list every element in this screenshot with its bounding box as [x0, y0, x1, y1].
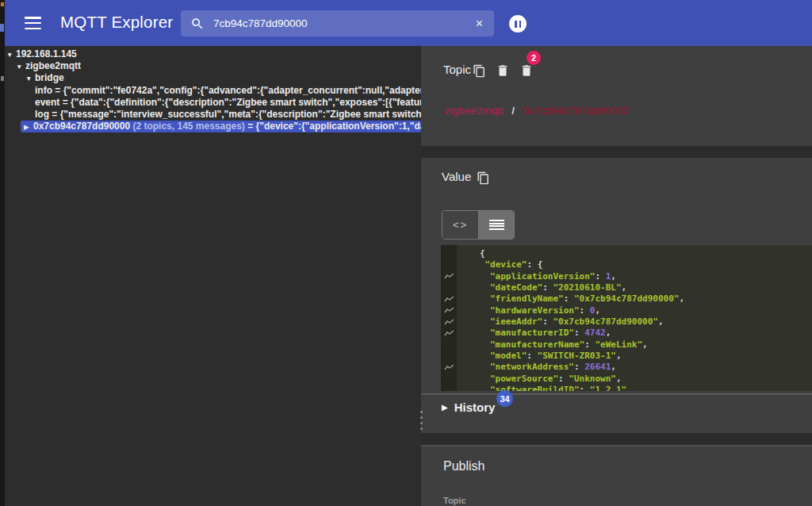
- topic-value-preview: = {"commit":"fe0742a","config":{"advance…: [52, 85, 421, 96]
- json-line-text: "applicationVersion": 1,: [457, 271, 616, 282]
- history-label: History: [454, 401, 496, 414]
- breadcrumb: zigbee2mqtt / 0x7cb94c787dd90000: [445, 105, 629, 117]
- json-line-text: "powerSource": "Unknown",: [457, 374, 622, 385]
- panel-divider: [421, 146, 812, 158]
- history-sparkline-icon[interactable]: [441, 328, 457, 339]
- breadcrumb-segment[interactable]: 0x7cb94c787dd90000: [523, 105, 629, 117]
- topic-value-preview: = {"device":{"applicationVersion":1,"dat…: [245, 121, 421, 132]
- json-line: "applicationVersion": 1,: [441, 271, 812, 282]
- topic-panel-title: Topic: [443, 63, 471, 76]
- breadcrumb-separator: /: [511, 105, 515, 117]
- json-line-text: "device": {: [457, 259, 542, 270]
- json-line: "manufacturerID": 4742,: [441, 328, 812, 339]
- copy-topic-icon[interactable]: [471, 63, 487, 79]
- panel-divider: [421, 433, 812, 445]
- gutter-cell: [441, 259, 457, 270]
- gutter-cell: [441, 339, 457, 351]
- expanded-arrow-icon[interactable]: ▼: [25, 73, 35, 84]
- app-title: MQTT Explorer: [60, 13, 173, 32]
- json-value-viewer[interactable]: {"device": {"applicationVersion": 1,"dat…: [441, 245, 812, 391]
- breadcrumb-segment[interactable]: zigbee2mqtt: [445, 105, 504, 117]
- json-line: "hardwareVersion": 0,: [441, 305, 812, 316]
- history-sparkline-icon[interactable]: [441, 271, 457, 282]
- tree-row[interactable]: log = {"message":"interview_successful",…: [5, 109, 421, 121]
- topic-value-preview: = {"message":"interview_successful","met…: [49, 109, 421, 120]
- value-panel: Value <> {"device": {"applicationVersion…: [421, 158, 812, 433]
- history-expander[interactable]: ▶ History: [442, 401, 495, 414]
- history-sparkline-icon[interactable]: [441, 362, 457, 373]
- pane-resize-handle[interactable]: [420, 411, 423, 430]
- app-bar: MQTT Explorer ×: [5, 0, 812, 46]
- json-line: "friendlyName": "0x7cb94c787dd90000",: [441, 293, 812, 305]
- search-box[interactable]: ×: [181, 10, 494, 36]
- json-line: "ieeeAddr": "0x7cb94c787dd90000",: [441, 316, 812, 328]
- json-line-text: {: [457, 248, 485, 259]
- publish-panel-title: Publish: [443, 459, 485, 473]
- topic-value-preview: = {"data":{"definition":{"description":"…: [59, 97, 421, 108]
- topic-name: zigbee2mqtt: [25, 60, 81, 71]
- json-line-text: "manufacturerName": "eWeLink",: [457, 339, 648, 351]
- topic-name: 0x7cb94c787dd90000: [33, 121, 130, 132]
- topic-stats: (2 topics, 145 messages): [130, 121, 245, 132]
- window-edge-strip: [0, 0, 5, 506]
- expanded-arrow-icon[interactable]: ▼: [16, 61, 25, 72]
- raw-view-icon: [489, 220, 504, 230]
- value-view-toggle: <>: [442, 210, 515, 240]
- history-sparkline-icon[interactable]: [441, 305, 457, 316]
- json-line-text: "dateCode": "20210610-BL",: [457, 282, 626, 293]
- topic-name: event: [35, 97, 59, 108]
- raw-view-button[interactable]: [478, 211, 514, 239]
- tree-row[interactable]: info = {"commit":"fe0742a","config":{"ad…: [5, 85, 421, 97]
- json-line: "manufacturerName": "eWeLink",: [441, 339, 812, 351]
- tree-row[interactable]: event = {"data":{"definition":{"descript…: [5, 97, 421, 109]
- edge-speck: [1, 76, 4, 81]
- json-line: "model": "SWITCH-ZR03-1",: [441, 351, 812, 362]
- topic-name: 192.168.1.145: [16, 48, 77, 59]
- clear-search-icon[interactable]: ×: [474, 17, 485, 30]
- gutter-cell: [441, 374, 457, 385]
- diff-view-button[interactable]: <>: [442, 211, 478, 239]
- json-line-text: "friendlyName": "0x7cb94c787dd90000",: [457, 293, 684, 305]
- gutter-cell: [441, 282, 457, 293]
- json-line: "powerSource": "Unknown",: [441, 374, 812, 385]
- tree-row[interactable]: ▶0x7cb94c787dd90000 (2 topics, 145 messa…: [21, 121, 421, 132]
- pause-button[interactable]: [509, 15, 527, 33]
- json-line: "networkAddress": 26641,: [441, 362, 812, 373]
- delete-retained-topics-icon[interactable]: [519, 63, 534, 79]
- history-sparkline-icon[interactable]: [441, 316, 457, 328]
- retained-count-badge: 2: [527, 51, 541, 65]
- json-line-text: "model": "SWITCH-ZR03-1",: [457, 351, 622, 362]
- menu-icon[interactable]: [25, 17, 41, 29]
- search-input[interactable]: [213, 17, 465, 29]
- json-line-text: "ieeeAddr": "0x7cb94c787dd90000",: [457, 316, 664, 328]
- gutter-cell: [441, 385, 457, 391]
- topic-panel: Topic 2 zigbee2mqtt / 0x7cb94c787dd90000: [421, 46, 812, 146]
- collapsed-arrow-icon: ▶: [442, 403, 448, 412]
- history-count-badge: 34: [496, 390, 513, 407]
- code-scrollbar[interactable]: [421, 393, 812, 395]
- topic-name: info: [35, 85, 52, 96]
- gutter-cell: [441, 351, 457, 362]
- topic-tree: ▼192.168.1.145▼zigbee2mqtt▼bridgeinfo = …: [5, 46, 421, 506]
- publish-topic-label: Topic: [443, 496, 466, 505]
- gutter-cell: [441, 248, 457, 259]
- tree-row[interactable]: ▼zigbee2mqtt: [5, 60, 421, 72]
- edge-speck: [0, 24, 4, 32]
- json-line-text: "hardwareVersion": 0,: [457, 305, 600, 316]
- mqtt-explorer-window: MQTT Explorer × ▼192.168.1.145▼zigbee2mq…: [0, 0, 812, 506]
- tree-row[interactable]: ▼bridge: [5, 72, 421, 84]
- topic-name: bridge: [35, 72, 64, 83]
- expanded-arrow-icon[interactable]: ▼: [6, 49, 16, 60]
- delete-topic-icon[interactable]: [495, 63, 511, 79]
- json-line: "softwareBuildID": "1.2.1": [441, 385, 812, 391]
- json-line-text: "softwareBuildID": "1.2.1": [457, 385, 626, 391]
- tree-row[interactable]: ▼192.168.1.145: [5, 48, 421, 60]
- json-line-text: "networkAddress": 26641,: [457, 362, 616, 373]
- json-line: {: [441, 248, 812, 259]
- collapsed-arrow-icon[interactable]: ▶: [24, 121, 33, 132]
- topic-name: log: [35, 109, 49, 120]
- copy-value-icon[interactable]: [475, 170, 491, 186]
- value-panel-title: Value: [442, 170, 471, 183]
- history-sparkline-icon[interactable]: [441, 293, 457, 305]
- json-line-text: "manufacturerID": 4742,: [457, 328, 611, 339]
